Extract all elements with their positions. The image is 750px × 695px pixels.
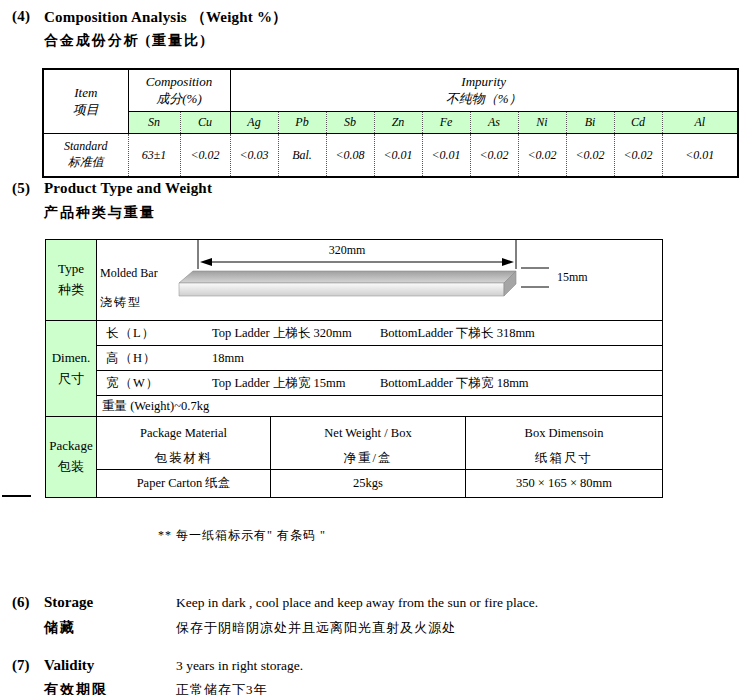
carton-barcode-note: ** 每一纸箱标示有" 有条码 " bbox=[158, 527, 326, 544]
dim-height-value: 18mm bbox=[212, 351, 380, 366]
storage-label-zh: 储藏 bbox=[44, 619, 76, 637]
item-label-en: Item bbox=[44, 85, 128, 101]
storage-desc-zh: 保存于阴暗阴凉处并且远离阳光直射及火源处 bbox=[176, 619, 456, 637]
type-name-zh: 浇铸型 bbox=[100, 294, 142, 311]
element-header-sn: Sn bbox=[128, 112, 180, 134]
composition-label-zh: 成分(%) bbox=[129, 90, 230, 108]
type-name-en: Molded Bar bbox=[100, 266, 158, 281]
dimension-weight-row: 重量 (Weight)~0.7kg bbox=[97, 396, 663, 417]
standard-value-sb: <0.08 bbox=[326, 134, 374, 178]
standard-value-fe: <0.01 bbox=[422, 134, 470, 178]
section-5-number: (5) bbox=[12, 180, 30, 197]
standard-label-zh: 标准值 bbox=[44, 154, 128, 171]
dim-width-bottom-value: BottomLadder 下梯宽 18mm bbox=[380, 376, 529, 390]
impurity-header-cell: Impurity 不纯物（%） bbox=[230, 69, 738, 112]
composition-table: Item 项目 Composition 成分(%) Impurity 不纯物（%… bbox=[42, 68, 739, 178]
package-material-en: Package Material bbox=[97, 426, 270, 441]
dim-width-label: 宽（W） bbox=[97, 375, 212, 392]
type-label-zh: 种类 bbox=[46, 280, 96, 301]
section-4-title-zh: 合金成份分析 (重量比) bbox=[44, 32, 207, 50]
standard-value-pb: Bal. bbox=[278, 134, 326, 178]
standard-value-zn: <0.01 bbox=[374, 134, 422, 178]
element-header-as: As bbox=[470, 112, 518, 134]
package-material-zh: 包装材料 bbox=[97, 450, 270, 467]
net-weight-value: 25kgs bbox=[271, 470, 466, 498]
box-dimension-header: Box Dimensoin 纸箱尺寸 bbox=[466, 417, 663, 470]
section-6-number: (6) bbox=[12, 594, 30, 611]
standard-value-as: <0.02 bbox=[470, 134, 518, 178]
bar-length-label: 320mm bbox=[292, 243, 402, 258]
dim-width-top-value: Top Ladder 上梯宽 15mm bbox=[212, 375, 380, 392]
bar-front-face bbox=[179, 283, 504, 296]
product-table: Type 种类 Molded Bar 浇铸型 bbox=[45, 239, 663, 498]
item-label-zh: 项目 bbox=[44, 101, 128, 119]
standard-value-ag: <0.03 bbox=[230, 134, 278, 178]
validity-desc-zh: 正常储存下3年 bbox=[176, 681, 268, 695]
standard-value-sn: 63±1 bbox=[128, 134, 180, 178]
dimension-length-row: 长（L）Top Ladder 上梯长 320mmBottomLadder 下梯长… bbox=[97, 321, 663, 346]
element-header-ag: Ag bbox=[230, 112, 278, 134]
section-4-title-en: Composition Analysis （Weight %） bbox=[44, 8, 287, 27]
dim-length-label: 长（L） bbox=[97, 325, 212, 342]
dim-length-bottom-value: BottomLadder 下梯长 318mm bbox=[380, 326, 535, 340]
package-material-value: Paper Carton 纸盒 bbox=[97, 470, 271, 498]
net-weight-zh: 净重/盒 bbox=[271, 450, 465, 467]
package-material-header: Package Material 包装材料 bbox=[97, 417, 271, 470]
spec-document-page: (4) Composition Analysis （Weight %） 合金成份… bbox=[0, 0, 750, 695]
element-header-pb: Pb bbox=[278, 112, 326, 134]
element-header-zn: Zn bbox=[374, 112, 422, 134]
standard-value-cd: <0.02 bbox=[614, 134, 662, 178]
dim-height-label: 高（H） bbox=[97, 350, 212, 367]
impurity-label-en: Impurity bbox=[231, 74, 738, 90]
section-7-number: (7) bbox=[12, 657, 30, 674]
bar-height-label: 15mm bbox=[557, 270, 588, 285]
type-row-header: Type 种类 bbox=[46, 240, 97, 321]
dimen-label-zh: 尺寸 bbox=[46, 369, 96, 390]
item-header-cell: Item 项目 bbox=[43, 69, 128, 134]
box-dimension-en: Box Dimensoin bbox=[466, 426, 662, 441]
element-header-cd: Cd bbox=[614, 112, 662, 134]
composition-header-cell: Composition 成分(%) bbox=[128, 69, 230, 112]
type-content-cell: Molded Bar 浇铸型 bbox=[97, 240, 663, 321]
section-5-title-zh: 产品种类与重量 bbox=[44, 204, 156, 222]
validity-desc-en: 3 years in right storage. bbox=[176, 658, 303, 674]
standard-value-al: <0.01 bbox=[662, 134, 738, 178]
standard-row-header: Standard 标准值 bbox=[43, 134, 128, 178]
net-weight-en: Net Weight / Box bbox=[271, 426, 465, 441]
section-4-number: (4) bbox=[12, 8, 30, 25]
element-header-cu: Cu bbox=[180, 112, 230, 134]
standard-label-en: Standard bbox=[44, 139, 128, 154]
stray-underline-mark bbox=[2, 495, 31, 497]
validity-label-zh: 有效期限 bbox=[44, 681, 108, 695]
standard-value-bi: <0.02 bbox=[566, 134, 614, 178]
element-header-sb: Sb bbox=[326, 112, 374, 134]
standard-value-cu: <0.02 bbox=[180, 134, 230, 178]
dim-arrowhead-left-icon bbox=[200, 258, 212, 266]
box-dimension-value: 350 × 165 × 80mm bbox=[466, 470, 663, 498]
validity-label-en: Validity bbox=[44, 657, 94, 674]
element-header-bi: Bi bbox=[566, 112, 614, 134]
element-header-fe: Fe bbox=[422, 112, 470, 134]
package-label-en: Package bbox=[46, 436, 96, 457]
net-weight-header: Net Weight / Box 净重/盒 bbox=[271, 417, 466, 470]
dim-length-top-value: Top Ladder 上梯长 320mm bbox=[212, 325, 380, 342]
element-header-ni: Ni bbox=[518, 112, 566, 134]
type-label-en: Type bbox=[46, 259, 96, 280]
package-row-header: Package 包装 bbox=[46, 417, 97, 498]
impurity-label-zh: 不纯物（%） bbox=[231, 90, 738, 108]
bar-top-face bbox=[179, 271, 516, 283]
composition-label-en: Composition bbox=[129, 74, 230, 90]
element-header-al: Al bbox=[662, 112, 738, 134]
section-5-title-en: Product Type and Weight bbox=[44, 180, 212, 197]
dimension-row-header: Dimen. 尺寸 bbox=[46, 321, 97, 417]
storage-desc-en: Keep in dark , cool place and keep away … bbox=[176, 595, 538, 611]
dim-arrowhead-right-icon bbox=[502, 258, 514, 266]
package-label-zh: 包装 bbox=[46, 457, 96, 478]
dimension-height-row: 高（H）18mm bbox=[97, 346, 663, 371]
standard-value-ni: <0.02 bbox=[518, 134, 566, 178]
storage-label-en: Storage bbox=[44, 594, 93, 611]
box-dimension-zh: 纸箱尺寸 bbox=[466, 450, 662, 467]
dimension-width-row: 宽（W）Top Ladder 上梯宽 15mmBottomLadder 下梯宽 … bbox=[97, 371, 663, 396]
dimen-label-en: Dimen. bbox=[46, 348, 96, 369]
